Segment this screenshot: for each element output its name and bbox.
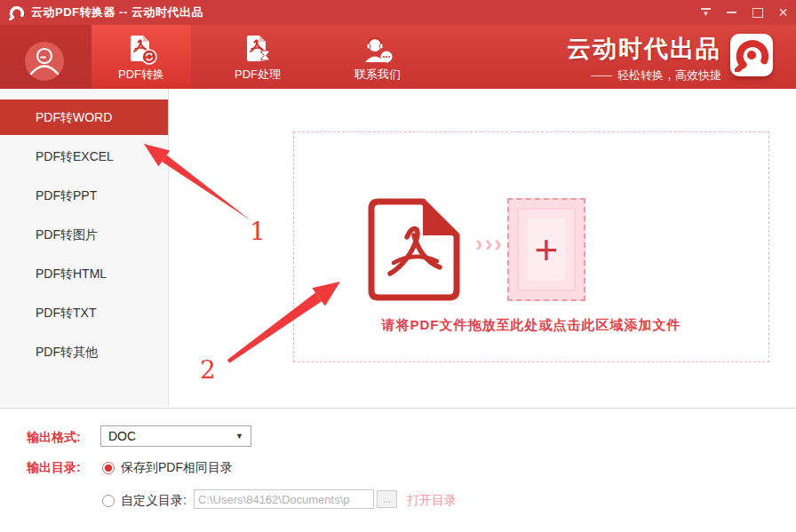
app-window: 云动PDF转换器 -- 云动时代出品 ▼ ✕ xyxy=(0,0,796,532)
main-panel: ››› + 请将PDF文件拖放至此处或点击此区域添加文件 xyxy=(170,89,796,407)
brand-subtitle-row: 轻松转换，高效快捷 xyxy=(567,67,721,83)
app-logo-icon xyxy=(9,5,24,20)
custom-dir-radio[interactable] xyxy=(102,495,115,507)
window-controls: ▼ ✕ xyxy=(693,0,796,25)
output-panel: 输出格式: DOC ▼ 输出目录: 保存到PDF相同目录 自定义目录: ... … xyxy=(0,408,796,532)
pdf-convert-icon xyxy=(124,33,158,67)
same-dir-radio[interactable] xyxy=(102,462,115,474)
open-dir-link[interactable]: 打开目录 xyxy=(407,493,457,509)
custom-dir-input[interactable] xyxy=(194,489,374,509)
sidebar-item-pdf-to-html[interactable]: PDF转HTML xyxy=(0,256,168,291)
brand-subtitle: 轻松转换，高效快捷 xyxy=(617,67,721,83)
output-dir-label: 输出目录: xyxy=(27,460,81,476)
brand-block: 云动时代出品 轻松转换，高效快捷 xyxy=(567,33,721,83)
header: PDF转换 PDF处理 xyxy=(0,25,796,89)
user-avatar[interactable] xyxy=(25,42,64,81)
sidebar: PDF转WORD PDF转EXCEL PDF转PPT PDF转图片 PDF转HT… xyxy=(0,89,169,407)
file-dropzone[interactable]: ››› + 请将PDF文件拖放至此处或点击此区域添加文件 xyxy=(293,131,769,362)
sidebar-item-pdf-to-excel[interactable]: PDF转EXCEL xyxy=(0,139,168,174)
tab-label: PDF处理 xyxy=(235,67,281,83)
maximize-icon[interactable] xyxy=(744,0,770,25)
chevrons-right-icon: ››› xyxy=(468,232,511,255)
custom-dir-option-label[interactable]: 自定义目录: xyxy=(121,493,187,509)
browse-button[interactable]: ... xyxy=(377,490,397,508)
tab-pdf-convert[interactable]: PDF转换 xyxy=(92,25,191,89)
plus-icon: + xyxy=(509,200,584,299)
brand-title: 云动时代出品 xyxy=(567,33,721,65)
same-dir-option-label[interactable]: 保存到PDF相同目录 xyxy=(121,460,233,476)
close-icon[interactable]: ✕ xyxy=(770,0,796,25)
contact-us-icon xyxy=(361,33,394,67)
tab-label: PDF转换 xyxy=(118,67,164,83)
tab-label: 联系我们 xyxy=(354,67,401,83)
output-format-value: DOC xyxy=(108,429,235,443)
sidebar-item-pdf-to-other[interactable]: PDF转其他 xyxy=(0,334,168,369)
output-format-select[interactable]: DOC ▼ xyxy=(100,425,251,447)
window-title: 云动PDF转换器 -- 云动时代出品 xyxy=(31,4,203,20)
pdf-file-icon xyxy=(368,198,460,305)
sidebar-item-pdf-to-image[interactable]: PDF转图片 xyxy=(0,217,168,252)
minimize-icon[interactable] xyxy=(719,0,744,25)
output-format-label: 输出格式: xyxy=(27,430,81,446)
menu-icon[interactable]: ▼ xyxy=(693,0,719,25)
sidebar-item-pdf-to-txt[interactable]: PDF转TXT xyxy=(0,295,168,330)
sidebar-item-pdf-to-word[interactable]: PDF转WORD xyxy=(0,99,168,135)
pdf-process-icon xyxy=(241,33,275,67)
titlebar: 云动PDF转换器 -- 云动时代出品 ▼ ✕ xyxy=(0,0,796,25)
add-file-target[interactable]: + xyxy=(507,198,585,301)
dropzone-hint: 请将PDF文件拖放至此处或点击此区域添加文件 xyxy=(294,317,768,334)
chevron-down-icon: ▼ xyxy=(235,432,243,441)
brand-logo-icon xyxy=(730,34,773,76)
tab-contact-us[interactable]: 联系我们 xyxy=(328,25,427,89)
brand-subtitle-line xyxy=(591,75,612,76)
tab-pdf-process[interactable]: PDF处理 xyxy=(208,25,307,89)
sidebar-item-pdf-to-ppt[interactable]: PDF转PPT xyxy=(0,178,168,213)
